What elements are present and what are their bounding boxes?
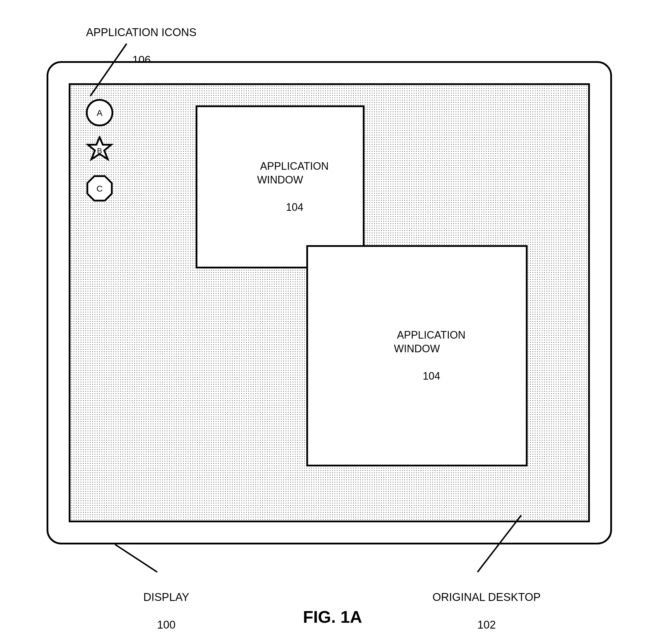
app-icon-b[interactable]: B bbox=[85, 136, 114, 165]
display-bezel: A B C bbox=[46, 61, 612, 545]
octagon-icon bbox=[85, 174, 114, 203]
app-icon-c[interactable]: C bbox=[85, 174, 114, 203]
application-icons-column: A B C bbox=[82, 98, 117, 203]
application-window-back-text: APPLICATION WINDOW 104 bbox=[231, 146, 328, 228]
application-window-back-ref: 104 bbox=[286, 201, 303, 213]
annotation-app-icons-label: APPLICATION ICONS bbox=[86, 26, 196, 38]
svg-point-0 bbox=[87, 100, 112, 126]
figure-canvas: APPLICATION ICONS 106 DISPLAY 100 ORIGIN… bbox=[0, 0, 665, 644]
desktop-area[interactable]: A B C bbox=[69, 83, 590, 522]
star-icon bbox=[85, 136, 114, 165]
circle-icon bbox=[85, 98, 114, 127]
annotation-desktop: ORIGINAL DESKTOP 102 bbox=[414, 576, 547, 644]
svg-line-4 bbox=[115, 545, 157, 572]
annotation-display-ref: 100 bbox=[157, 619, 175, 631]
application-window-front-label: APPLICATION WINDOW bbox=[394, 329, 466, 355]
svg-marker-1 bbox=[88, 137, 111, 159]
figure-caption: FIG. 1A bbox=[303, 607, 362, 627]
annotation-display-label: DISPLAY bbox=[143, 591, 189, 603]
application-window-front-text: APPLICATION WINDOW 104 bbox=[368, 315, 465, 397]
annotation-desktop-label: ORIGINAL DESKTOP bbox=[432, 591, 541, 603]
application-window-back-label: APPLICATION WINDOW bbox=[257, 160, 329, 186]
application-window-back[interactable]: APPLICATION WINDOW 104 bbox=[196, 106, 364, 268]
app-icon-a[interactable]: A bbox=[85, 98, 114, 127]
application-window-front-ref: 104 bbox=[423, 370, 440, 382]
annotation-desktop-ref: 102 bbox=[477, 619, 496, 631]
svg-marker-2 bbox=[87, 176, 112, 201]
application-window-front[interactable]: APPLICATION WINDOW 104 bbox=[306, 245, 528, 467]
annotation-display: DISPLAY 100 bbox=[122, 576, 198, 644]
